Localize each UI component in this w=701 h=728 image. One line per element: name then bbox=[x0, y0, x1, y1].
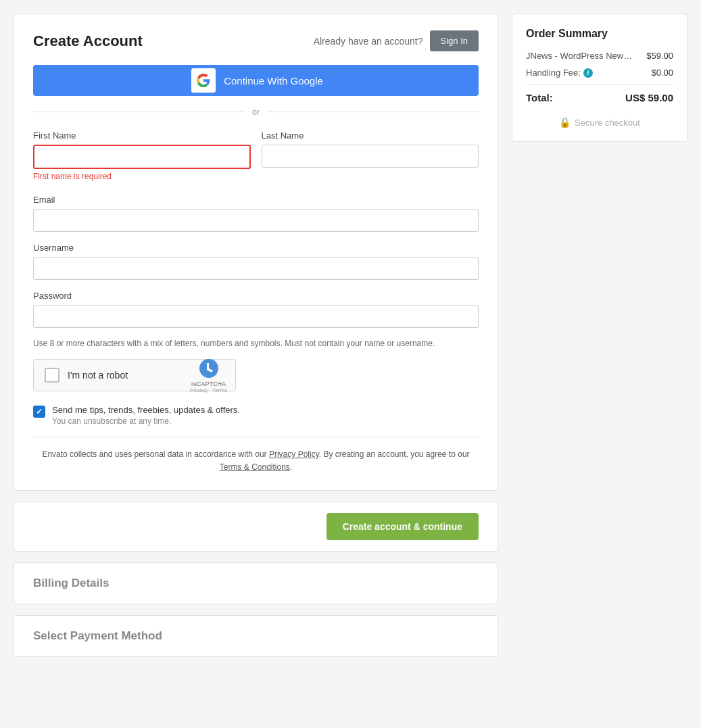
handling-label: Handling Fee: bbox=[526, 68, 581, 78]
first-name-label: First Name bbox=[33, 130, 251, 141]
product-price: $59.00 bbox=[646, 51, 673, 61]
newsletter-label: Send me tips, trends, freebies, updates … bbox=[52, 405, 240, 415]
order-divider bbox=[526, 84, 673, 85]
recaptcha-checkbox[interactable] bbox=[45, 368, 59, 383]
name-row: First Name First name is required Last N… bbox=[33, 130, 479, 192]
recaptcha-links-label[interactable]: Privacy - Terms bbox=[190, 387, 227, 393]
order-product-row: JNews - WordPress New… $59.00 bbox=[526, 51, 673, 61]
order-total-row: Total: US$ 59.00 bbox=[526, 92, 673, 103]
newsletter-subtext: You can unsubscribe at any time. bbox=[52, 416, 240, 426]
action-bar: Create account & continue bbox=[14, 502, 498, 552]
newsletter-row: Send me tips, trends, freebies, updates … bbox=[33, 405, 479, 426]
secure-label: Secure checkout bbox=[575, 118, 640, 128]
order-handling-row: Handling Fee: i $0.00 bbox=[526, 68, 673, 78]
sidebar: Order Summary JNews - WordPress New… $59… bbox=[512, 14, 687, 142]
payment-method-card: Select Payment Method bbox=[14, 615, 498, 657]
form-divider bbox=[33, 437, 479, 437]
create-account-button[interactable]: Create account & continue bbox=[327, 513, 479, 540]
google-btn-label: Continue With Google bbox=[224, 75, 323, 87]
lock-icon: 🔒 bbox=[559, 117, 571, 128]
handling-info-icon[interactable]: i bbox=[583, 68, 593, 78]
recaptcha-brand-label: reCAPTCHA bbox=[190, 381, 227, 387]
create-account-title: Create Account bbox=[33, 32, 143, 50]
username-group: Username bbox=[33, 243, 479, 280]
order-summary-title: Order Summary bbox=[526, 28, 673, 40]
email-group: Email bbox=[33, 195, 479, 232]
password-hint: Use 8 or more characters with a mix of l… bbox=[33, 339, 479, 348]
privacy-policy-link[interactable]: Privacy Policy bbox=[269, 450, 319, 459]
already-have-label: Already have an account? bbox=[314, 36, 423, 47]
last-name-label: Last Name bbox=[262, 130, 479, 141]
username-label: Username bbox=[33, 243, 479, 253]
newsletter-checkbox[interactable] bbox=[33, 406, 45, 418]
secure-checkout: 🔒 Secure checkout bbox=[526, 114, 673, 128]
last-name-group: Last Name bbox=[262, 130, 479, 181]
create-account-card: Create Account Already have an account? … bbox=[14, 14, 498, 491]
password-group: Password bbox=[33, 291, 479, 328]
already-have-account-row: Already have an account? Sign In bbox=[314, 30, 479, 51]
total-price: US$ 59.00 bbox=[625, 92, 673, 103]
sign-in-button[interactable]: Sign In bbox=[430, 30, 479, 51]
order-summary-card: Order Summary JNews - WordPress New… $59… bbox=[512, 14, 687, 142]
recaptcha-logo: reCAPTCHA Privacy - Terms bbox=[190, 358, 227, 393]
recaptcha-label: I'm not a robot bbox=[68, 370, 128, 381]
newsletter-text-block: Send me tips, trends, freebies, updates … bbox=[52, 405, 240, 426]
first-name-input[interactable] bbox=[33, 145, 251, 169]
last-name-input[interactable] bbox=[262, 145, 479, 168]
google-signin-button[interactable]: Continue With Google bbox=[33, 65, 479, 96]
email-input[interactable] bbox=[33, 209, 479, 232]
first-name-group: First Name First name is required bbox=[33, 130, 251, 181]
total-label: Total: bbox=[526, 92, 553, 103]
password-label: Password bbox=[33, 291, 479, 301]
handling-label-wrapper: Handling Fee: i bbox=[526, 68, 593, 78]
handling-price: $0.00 bbox=[651, 68, 673, 78]
google-icon bbox=[191, 68, 216, 93]
recaptcha-widget[interactable]: I'm not a robot reCAPTCHA Privacy - Term… bbox=[33, 359, 236, 391]
email-label: Email bbox=[33, 195, 479, 205]
first-name-error: First name is required bbox=[33, 172, 251, 181]
product-name: JNews - WordPress New… bbox=[526, 51, 641, 61]
billing-details-card: Billing Details bbox=[14, 562, 498, 604]
password-input[interactable] bbox=[33, 305, 479, 328]
terms-link[interactable]: Terms & Conditions bbox=[220, 462, 290, 472]
payment-title: Select Payment Method bbox=[33, 629, 162, 642]
username-input[interactable] bbox=[33, 257, 479, 280]
or-divider: or bbox=[33, 107, 479, 117]
create-account-header: Create Account Already have an account? … bbox=[33, 30, 479, 51]
billing-title: Billing Details bbox=[33, 577, 109, 589]
privacy-text: Envato collects and uses personal data i… bbox=[33, 448, 479, 474]
